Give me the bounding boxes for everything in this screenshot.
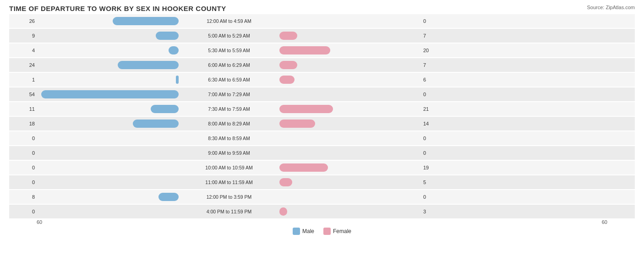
female-value: 0: [421, 92, 449, 97]
female-value: 20: [421, 48, 449, 53]
time-label: 11:00 AM to 11:59 AM: [179, 180, 279, 185]
female-bar: [279, 120, 315, 128]
time-label: 8:00 AM to 8:29 AM: [179, 121, 279, 126]
male-bar-container: [37, 46, 179, 54]
time-label: 7:00 AM to 7:29 AM: [179, 92, 279, 97]
female-value: 7: [421, 62, 449, 68]
female-bar-container: [279, 32, 421, 40]
chart-row: 0 11:00 AM to 11:59 AM 5: [9, 175, 635, 189]
chart-row: 9 5:00 AM to 5:29 AM 7: [9, 29, 635, 43]
male-value: 0: [9, 150, 37, 156]
male-bar-container: [37, 105, 179, 113]
legend: Male Female: [9, 228, 635, 235]
chart-row: 0 9:00 AM to 9:59 AM 0: [9, 146, 635, 160]
female-bar-container: [279, 178, 421, 186]
female-bar-container: [279, 134, 421, 142]
male-bar: [113, 17, 179, 25]
male-bar-container: [37, 90, 179, 98]
time-label: 12:00 PM to 3:59 PM: [179, 194, 279, 200]
legend-female: Female: [323, 228, 351, 235]
male-value: 54: [9, 92, 37, 97]
female-bar-container: [279, 105, 421, 113]
male-bar: [156, 32, 179, 40]
chart-row: 1 6:30 AM to 6:59 AM 6: [9, 73, 635, 87]
female-value: 6: [421, 77, 449, 82]
chart-row: 24 6:00 AM to 6:29 AM 7: [9, 58, 635, 72]
female-bar-container: [279, 149, 421, 157]
male-bar-container: [37, 163, 179, 172]
male-bar-container: [37, 120, 179, 128]
male-bar: [118, 61, 179, 69]
chart-row: 8 12:00 PM to 3:59 PM 0: [9, 190, 635, 204]
male-value: 18: [9, 121, 37, 126]
chart-row: 26 12:00 AM to 4:59 AM 0: [9, 14, 635, 28]
female-value: 5: [421, 180, 449, 185]
female-value: 21: [421, 106, 449, 112]
female-bar-container: [279, 76, 421, 84]
legend-male: Male: [293, 228, 314, 235]
female-value: 0: [421, 194, 449, 200]
male-bar-container: [37, 193, 179, 201]
chart-row: 0 10:00 AM to 10:59 AM 19: [9, 161, 635, 174]
male-bar: [158, 193, 179, 201]
female-value: 3: [421, 209, 449, 214]
male-value: 0: [9, 136, 37, 141]
legend-female-label: Female: [333, 228, 351, 234]
chart-container: TIME OF DEPARTURE TO WORK BY SEX IN HOOK…: [0, 0, 644, 272]
chart-row: 54 7:00 AM to 7:29 AM 0: [9, 87, 635, 101]
female-bar: [279, 46, 330, 54]
male-bar-container: [37, 149, 179, 157]
female-value: 7: [421, 33, 449, 38]
time-label: 5:00 AM to 5:29 AM: [179, 33, 279, 38]
chart-title: TIME OF DEPARTURE TO WORK BY SEX IN HOOK…: [9, 5, 635, 12]
female-bar: [279, 76, 295, 84]
time-label: 10:00 AM to 10:59 AM: [179, 165, 279, 170]
axis-left: 60: [37, 219, 42, 225]
female-bar: [279, 178, 292, 186]
male-value: 0: [9, 165, 37, 170]
female-bar: [279, 105, 333, 113]
time-label: 4:00 PM to 11:59 PM: [179, 209, 279, 214]
time-label: 7:30 AM to 7:59 AM: [179, 106, 279, 112]
time-label: 5:30 AM to 5:59 AM: [179, 48, 279, 53]
male-bar-container: [37, 134, 179, 142]
time-label: 6:30 AM to 6:59 AM: [179, 77, 279, 82]
chart-row: 0 4:00 PM to 11:59 PM 3: [9, 205, 635, 218]
axis-right: 60: [602, 219, 607, 225]
male-value: 4: [9, 48, 37, 53]
female-bar-container: [279, 61, 421, 69]
male-value: 1: [9, 77, 37, 82]
female-bar-container: [279, 120, 421, 128]
chart-area: 26 12:00 AM to 4:59 AM 0 9 5:00 AM to 5:…: [9, 14, 635, 218]
male-bar-container: [37, 178, 179, 186]
female-value: 0: [421, 18, 449, 24]
legend-male-label: Male: [302, 228, 314, 234]
chart-row: 11 7:30 AM to 7:59 AM 21: [9, 102, 635, 116]
female-bar: [279, 32, 297, 40]
male-value: 26: [9, 18, 37, 24]
time-label: 12:00 AM to 4:59 AM: [179, 18, 279, 24]
female-value: 0: [421, 150, 449, 156]
female-bar: [279, 163, 328, 172]
source-label: Source: ZipAtlas.com: [587, 5, 635, 10]
male-value: 0: [9, 209, 37, 214]
female-bar-container: [279, 46, 421, 54]
female-bar-container: [279, 90, 421, 98]
male-value: 0: [9, 180, 37, 185]
female-bar-container: [279, 163, 421, 172]
legend-female-box: [323, 228, 331, 235]
male-bar: [41, 90, 179, 98]
male-value: 11: [9, 106, 37, 112]
male-bar: [151, 105, 179, 113]
axis-labels: 60 60: [9, 219, 635, 225]
chart-row: 0 8:30 AM to 8:59 AM 0: [9, 131, 635, 145]
female-bar: [279, 207, 287, 216]
time-label: 9:00 AM to 9:59 AM: [179, 150, 279, 156]
male-bar-container: [37, 207, 179, 216]
male-value: 24: [9, 62, 37, 68]
time-label: 6:00 AM to 6:29 AM: [179, 62, 279, 68]
chart-row: 4 5:30 AM to 5:59 AM 20: [9, 44, 635, 57]
female-value: 0: [421, 136, 449, 141]
female-bar-container: [279, 17, 421, 25]
male-bar: [169, 46, 179, 54]
